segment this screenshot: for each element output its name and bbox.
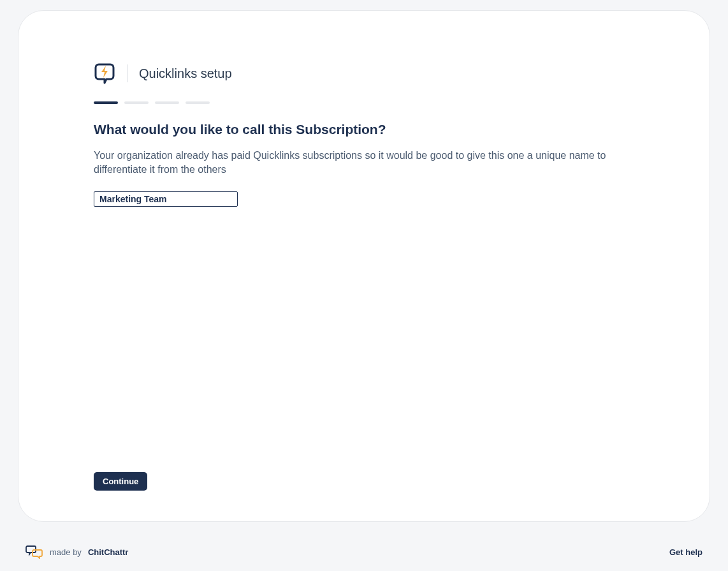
- page-title: Quicklinks setup: [139, 66, 232, 81]
- description-text: Your organization already has paid Quick…: [94, 149, 652, 177]
- header-row: Quicklinks setup: [94, 62, 652, 85]
- progress-step-3: [155, 101, 179, 104]
- chitchattr-logo-icon: [25, 545, 43, 559]
- header-divider: [127, 64, 127, 82]
- made-by-label: made by: [50, 547, 82, 557]
- quicklinks-logo-icon: [94, 62, 115, 85]
- progress-step-1: [94, 101, 118, 104]
- get-help-link[interactable]: Get help: [669, 547, 703, 557]
- progress-step-4: [186, 101, 210, 104]
- footer-brand: made by ChitChattr: [25, 545, 128, 559]
- footer: made by ChitChattr Get help: [0, 533, 728, 571]
- subscription-name-input[interactable]: [94, 191, 238, 207]
- setup-card: Quicklinks setup What would you like to …: [18, 10, 710, 522]
- question-heading: What would you like to call this Subscri…: [94, 122, 652, 137]
- continue-button[interactable]: Continue: [94, 472, 147, 491]
- progress-step-2: [124, 101, 149, 104]
- progress-indicator: [94, 101, 652, 104]
- brand-name: ChitChattr: [88, 547, 129, 557]
